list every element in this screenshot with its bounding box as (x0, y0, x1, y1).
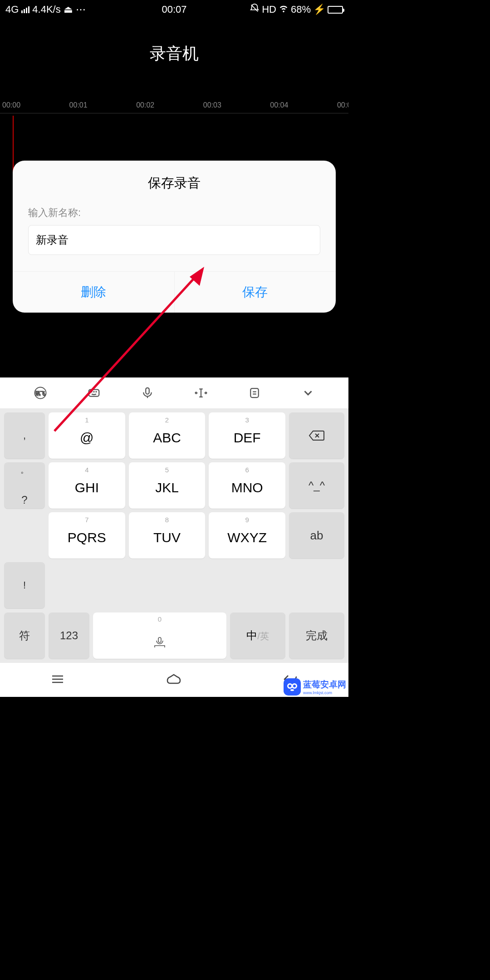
watermark-icon (284, 678, 301, 696)
key-7[interactable]: 7PQRS (49, 512, 125, 559)
wifi-icon (279, 3, 289, 16)
watermark: 蓝莓安卓网 www.lmkjst.com (284, 678, 346, 696)
time-mark: 00:01 (69, 101, 88, 109)
time-mark: 00:00 (2, 101, 20, 109)
key-1[interactable]: 1@ (49, 412, 125, 459)
usb-icon: ⏏ (64, 4, 73, 15)
watermark-url: www.lmkjst.com (303, 691, 346, 695)
time-marks: 00:00 00:01 00:02 00:03 00:04 00:05 (0, 101, 348, 109)
filename-input[interactable]: 新录音 (28, 225, 320, 255)
time-mark: 00:02 (136, 101, 154, 109)
delete-button[interactable]: 删除 (13, 272, 175, 313)
svg-point-22 (293, 685, 296, 687)
key-8[interactable]: 8TUV (129, 512, 206, 559)
nav-recent-icon[interactable] (50, 674, 65, 686)
key-ab[interactable]: ab (289, 512, 344, 559)
network-speed: 4.4K/s (32, 4, 60, 15)
status-bar: 4G 4.4K/s ⏏ ⋯ 00:07 HD 68% ⚡ (0, 0, 348, 19)
key-4[interactable]: 4GHI (49, 462, 125, 509)
key-language[interactable]: 中/英 (230, 612, 285, 659)
save-button[interactable]: 保存 (175, 272, 336, 313)
key-period-question[interactable]: 。? (4, 462, 45, 509)
mute-icon (250, 3, 260, 16)
watermark-text: 蓝莓安卓网 (303, 680, 346, 689)
key-3[interactable]: 3DEF (209, 412, 285, 459)
key-5[interactable]: 5JKL (129, 462, 206, 509)
time-mark: 00:03 (203, 101, 221, 109)
svg-point-21 (289, 685, 291, 687)
key-symbol[interactable]: 符 (4, 612, 45, 659)
key-numeric[interactable]: 123 (49, 612, 89, 659)
key-exclaim[interactable]: ! (4, 562, 45, 608)
save-dialog: 保存录音 输入新名称: 新录音 删除 保存 (13, 161, 336, 313)
keyboard-icon[interactable] (86, 385, 102, 401)
svg-rect-5 (89, 390, 99, 397)
nav-home-icon[interactable] (166, 673, 182, 687)
charging-icon: ⚡ (313, 4, 325, 15)
clipboard-icon[interactable] (246, 385, 263, 401)
collapse-keyboard-icon[interactable] (300, 385, 316, 401)
time-mark: 00:04 (270, 101, 288, 109)
svg-point-23 (290, 689, 294, 691)
dialog-title: 保存录音 (13, 174, 336, 192)
key-6[interactable]: 6MNO (209, 462, 285, 509)
more-icon: ⋯ (76, 4, 86, 15)
time-mark: 00:05 (337, 101, 348, 109)
keyboard: 讯飞 , 1@ 2ABC 3DEF 。? 4GHI 5JKL 6MNO ^_^ … (0, 377, 348, 663)
svg-rect-9 (146, 388, 149, 394)
ime-logo-icon[interactable]: 讯飞 (32, 385, 49, 401)
signal-icon (21, 6, 29, 13)
network-type: 4G (5, 4, 19, 15)
battery-icon (328, 6, 343, 14)
status-right: HD 68% ⚡ (250, 3, 343, 16)
cursor-icon[interactable] (193, 385, 209, 401)
svg-point-7 (93, 392, 94, 392)
mic-icon[interactable] (139, 385, 156, 401)
dialog-label: 输入新名称: (28, 206, 320, 220)
keyboard-toolbar: 讯飞 (0, 377, 348, 408)
key-2[interactable]: 2ABC (129, 412, 206, 459)
battery-pct: 68% (291, 4, 311, 15)
key-comma[interactable]: , (4, 412, 45, 459)
svg-text:讯飞: 讯飞 (35, 391, 45, 396)
svg-rect-15 (158, 637, 161, 642)
status-left: 4G 4.4K/s ⏏ ⋯ (5, 4, 86, 15)
page-title: 录音机 (0, 19, 348, 65)
svg-point-8 (96, 392, 96, 392)
clock: 00:07 (162, 4, 186, 15)
key-emoji[interactable]: ^_^ (289, 462, 344, 509)
key-space[interactable]: 0 (93, 612, 226, 659)
svg-rect-10 (250, 388, 259, 397)
key-9[interactable]: 9WXYZ (209, 512, 285, 559)
hd-label: HD (262, 4, 276, 15)
svg-point-6 (91, 392, 92, 392)
recording-timeline: 00:00 00:01 00:02 00:03 00:04 00:05 (0, 101, 348, 115)
key-backspace[interactable] (289, 412, 344, 459)
key-done[interactable]: 完成 (289, 612, 344, 659)
